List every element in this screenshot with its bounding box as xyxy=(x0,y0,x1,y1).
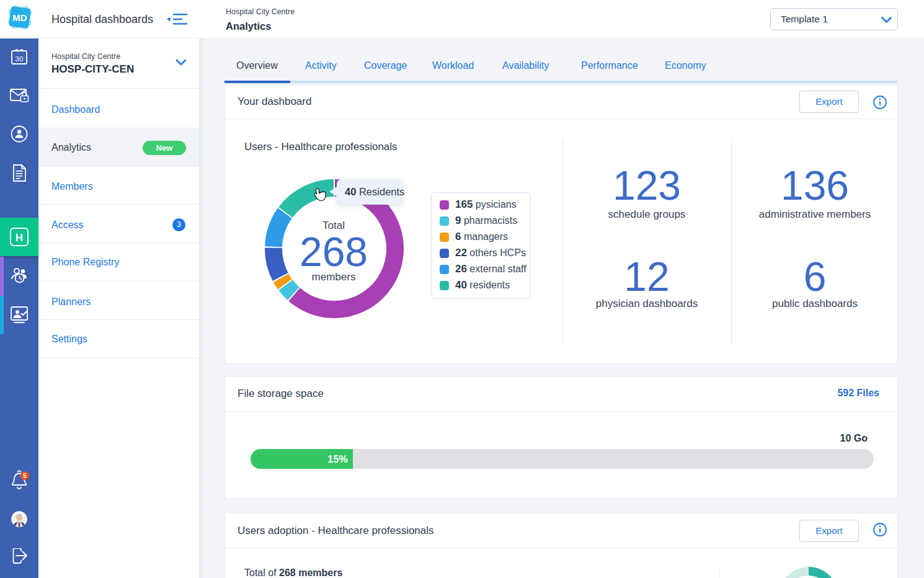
svg-text:H: H xyxy=(16,232,23,244)
svg-text:30: 30 xyxy=(16,55,24,63)
svg-text:MD: MD xyxy=(12,12,27,23)
svg-text:5: 5 xyxy=(23,473,27,479)
